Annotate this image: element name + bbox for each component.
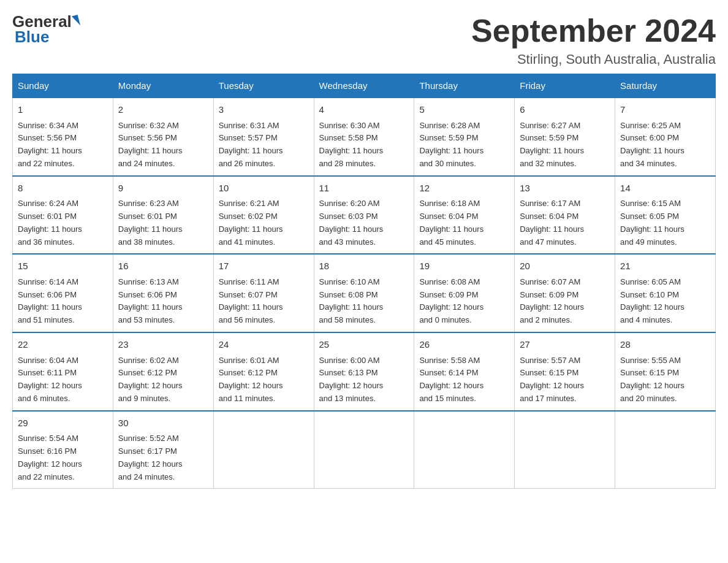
header-thursday: Thursday xyxy=(414,74,515,98)
day-info: Sunrise: 5:55 AMSunset: 6:15 PMDaylight:… xyxy=(620,356,684,403)
day-number: 2 xyxy=(118,103,208,117)
day-number: 12 xyxy=(419,182,509,196)
day-number: 27 xyxy=(520,338,610,352)
day-info: Sunrise: 6:00 AMSunset: 6:13 PMDaylight:… xyxy=(319,356,384,403)
header-sunday: Sunday xyxy=(13,74,113,98)
day-info: Sunrise: 6:14 AMSunset: 6:06 PMDaylight:… xyxy=(18,277,82,324)
day-info: Sunrise: 6:13 AMSunset: 6:06 PMDaylight:… xyxy=(118,277,183,324)
day-number: 13 xyxy=(520,182,610,196)
day-number: 19 xyxy=(419,259,509,274)
calendar-cell: 22 Sunrise: 6:04 AMSunset: 6:11 PMDaylig… xyxy=(13,332,113,411)
day-number: 1 xyxy=(18,103,108,117)
header-monday: Monday xyxy=(113,74,213,98)
day-info: Sunrise: 6:01 AMSunset: 6:12 PMDaylight:… xyxy=(219,356,283,403)
day-info: Sunrise: 6:25 AMSunset: 6:00 PMDaylight:… xyxy=(620,121,684,168)
week-row-3: 15 Sunrise: 6:14 AMSunset: 6:06 PMDaylig… xyxy=(13,254,716,332)
day-number: 25 xyxy=(319,338,409,352)
calendar-cell: 3 Sunrise: 6:31 AMSunset: 5:57 PMDayligh… xyxy=(213,98,314,176)
day-info: Sunrise: 6:08 AMSunset: 6:09 PMDaylight:… xyxy=(419,277,483,324)
day-number: 4 xyxy=(319,103,409,117)
day-number: 7 xyxy=(620,103,710,117)
day-info: Sunrise: 6:34 AMSunset: 5:56 PMDaylight:… xyxy=(18,121,82,168)
calendar-cell: 30 Sunrise: 5:52 AMSunset: 6:17 PMDaylig… xyxy=(113,411,213,489)
day-info: Sunrise: 6:21 AMSunset: 6:02 PMDaylight:… xyxy=(219,199,283,246)
title-section: September 2024 Stirling, South Australia… xyxy=(471,12,716,67)
calendar-cell: 20 Sunrise: 6:07 AMSunset: 6:09 PMDaylig… xyxy=(515,254,615,332)
calendar-cell: 1 Sunrise: 6:34 AMSunset: 5:56 PMDayligh… xyxy=(13,98,113,176)
day-number: 18 xyxy=(319,259,409,274)
day-info: Sunrise: 6:17 AMSunset: 6:04 PMDaylight:… xyxy=(520,199,584,246)
day-info: Sunrise: 6:15 AMSunset: 6:05 PMDaylight:… xyxy=(620,199,684,246)
calendar-cell: 8 Sunrise: 6:24 AMSunset: 6:01 PMDayligh… xyxy=(13,176,113,255)
day-number: 16 xyxy=(118,259,208,274)
day-number: 21 xyxy=(620,259,710,274)
calendar-cell: 28 Sunrise: 5:55 AMSunset: 6:15 PMDaylig… xyxy=(615,332,716,411)
logo-triangle-icon xyxy=(72,15,80,27)
calendar-table: SundayMondayTuesdayWednesdayThursdayFrid… xyxy=(12,74,716,489)
day-number: 10 xyxy=(219,182,309,196)
day-info: Sunrise: 6:31 AMSunset: 5:57 PMDaylight:… xyxy=(219,121,283,168)
calendar-cell: 15 Sunrise: 6:14 AMSunset: 6:06 PMDaylig… xyxy=(13,254,113,332)
day-info: Sunrise: 6:07 AMSunset: 6:09 PMDaylight:… xyxy=(520,277,584,324)
day-number: 8 xyxy=(18,182,108,196)
day-info: Sunrise: 6:11 AMSunset: 6:07 PMDaylight:… xyxy=(219,277,283,324)
day-info: Sunrise: 6:23 AMSunset: 6:01 PMDaylight:… xyxy=(118,199,183,246)
header-wednesday: Wednesday xyxy=(314,74,414,98)
page-header: General Blue September 2024 Stirling, So… xyxy=(12,12,716,67)
day-info: Sunrise: 5:52 AMSunset: 6:17 PMDaylight:… xyxy=(118,434,183,481)
logo-blue-text: Blue xyxy=(15,28,49,47)
calendar-cell: 14 Sunrise: 6:15 AMSunset: 6:05 PMDaylig… xyxy=(615,176,716,255)
calendar-cell: 7 Sunrise: 6:25 AMSunset: 6:00 PMDayligh… xyxy=(615,98,716,176)
day-number: 24 xyxy=(219,338,309,352)
day-number: 30 xyxy=(118,416,208,431)
calendar-header-row: SundayMondayTuesdayWednesdayThursdayFrid… xyxy=(13,74,716,98)
calendar-cell: 27 Sunrise: 5:57 AMSunset: 6:15 PMDaylig… xyxy=(515,332,615,411)
calendar-cell: 16 Sunrise: 6:13 AMSunset: 6:06 PMDaylig… xyxy=(113,254,213,332)
week-row-1: 1 Sunrise: 6:34 AMSunset: 5:56 PMDayligh… xyxy=(13,98,716,176)
calendar-cell: 25 Sunrise: 6:00 AMSunset: 6:13 PMDaylig… xyxy=(314,332,414,411)
day-info: Sunrise: 6:10 AMSunset: 6:08 PMDaylight:… xyxy=(319,277,384,324)
calendar-cell: 13 Sunrise: 6:17 AMSunset: 6:04 PMDaylig… xyxy=(515,176,615,255)
day-info: Sunrise: 6:20 AMSunset: 6:03 PMDaylight:… xyxy=(319,199,384,246)
day-info: Sunrise: 5:54 AMSunset: 6:16 PMDaylight:… xyxy=(18,434,82,481)
day-number: 15 xyxy=(18,259,108,274)
week-row-4: 22 Sunrise: 6:04 AMSunset: 6:11 PMDaylig… xyxy=(13,332,716,411)
day-number: 20 xyxy=(520,259,610,274)
calendar-cell: 29 Sunrise: 5:54 AMSunset: 6:16 PMDaylig… xyxy=(13,411,113,489)
header-tuesday: Tuesday xyxy=(213,74,314,98)
day-info: Sunrise: 6:30 AMSunset: 5:58 PMDaylight:… xyxy=(319,121,384,168)
day-info: Sunrise: 5:58 AMSunset: 6:14 PMDaylight:… xyxy=(419,356,483,403)
day-info: Sunrise: 6:24 AMSunset: 6:01 PMDaylight:… xyxy=(18,199,82,246)
day-number: 5 xyxy=(419,103,509,117)
day-info: Sunrise: 6:18 AMSunset: 6:04 PMDaylight:… xyxy=(419,199,483,246)
calendar-cell: 10 Sunrise: 6:21 AMSunset: 6:02 PMDaylig… xyxy=(213,176,314,255)
day-number: 6 xyxy=(520,103,610,117)
calendar-cell: 12 Sunrise: 6:18 AMSunset: 6:04 PMDaylig… xyxy=(414,176,515,255)
calendar-cell: 19 Sunrise: 6:08 AMSunset: 6:09 PMDaylig… xyxy=(414,254,515,332)
day-info: Sunrise: 6:05 AMSunset: 6:10 PMDaylight:… xyxy=(620,277,684,324)
location-subtitle: Stirling, South Australia, Australia xyxy=(471,52,716,67)
logo: General Blue xyxy=(12,12,79,47)
calendar-cell: 17 Sunrise: 6:11 AMSunset: 6:07 PMDaylig… xyxy=(213,254,314,332)
calendar-cell: 18 Sunrise: 6:10 AMSunset: 6:08 PMDaylig… xyxy=(314,254,414,332)
week-row-2: 8 Sunrise: 6:24 AMSunset: 6:01 PMDayligh… xyxy=(13,176,716,255)
calendar-cell: 21 Sunrise: 6:05 AMSunset: 6:10 PMDaylig… xyxy=(615,254,716,332)
day-info: Sunrise: 6:32 AMSunset: 5:56 PMDaylight:… xyxy=(118,121,183,168)
day-number: 14 xyxy=(620,182,710,196)
week-row-5: 29 Sunrise: 5:54 AMSunset: 6:16 PMDaylig… xyxy=(13,411,716,489)
calendar-cell: 24 Sunrise: 6:01 AMSunset: 6:12 PMDaylig… xyxy=(213,332,314,411)
calendar-cell: 26 Sunrise: 5:58 AMSunset: 6:14 PMDaylig… xyxy=(414,332,515,411)
day-number: 9 xyxy=(118,182,208,196)
day-info: Sunrise: 6:02 AMSunset: 6:12 PMDaylight:… xyxy=(118,356,183,403)
day-number: 3 xyxy=(219,103,309,117)
day-info: Sunrise: 5:57 AMSunset: 6:15 PMDaylight:… xyxy=(520,356,584,403)
day-number: 23 xyxy=(118,338,208,352)
calendar-cell xyxy=(314,411,414,489)
day-info: Sunrise: 6:04 AMSunset: 6:11 PMDaylight:… xyxy=(18,356,82,403)
header-friday: Friday xyxy=(515,74,615,98)
day-number: 26 xyxy=(419,338,509,352)
calendar-cell xyxy=(615,411,716,489)
calendar-cell: 5 Sunrise: 6:28 AMSunset: 5:59 PMDayligh… xyxy=(414,98,515,176)
calendar-cell: 9 Sunrise: 6:23 AMSunset: 6:01 PMDayligh… xyxy=(113,176,213,255)
day-number: 22 xyxy=(18,338,108,352)
